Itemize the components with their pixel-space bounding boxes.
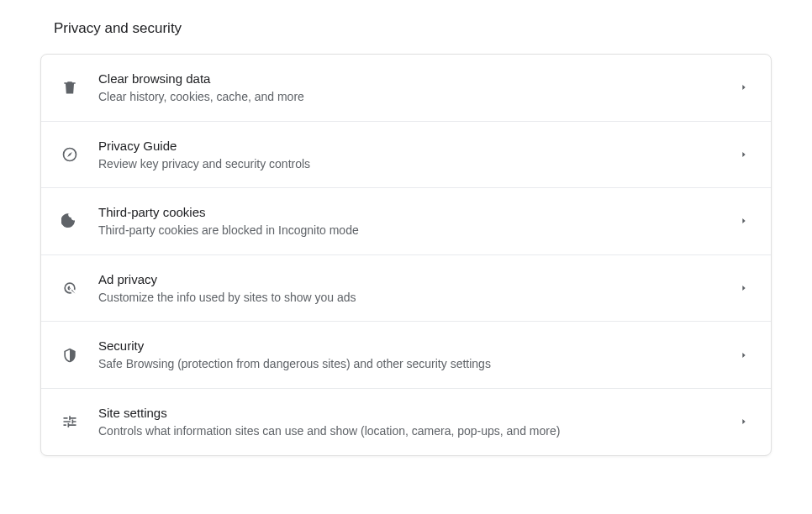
row-title: Security (98, 337, 724, 354)
row-title: Third-party cookies (98, 203, 724, 221)
row-site-settings[interactable]: Site settings Controls what information … (41, 389, 771, 455)
shield-icon (61, 347, 78, 364)
row-text: Clear browsing data Clear history, cooki… (98, 70, 724, 106)
row-text: Ad privacy Customize the info used by si… (98, 270, 724, 307)
chevron-right-icon (737, 148, 751, 161)
row-text: Third-party cookies Third-party cookies … (98, 203, 724, 239)
row-subtitle: Safe Browsing (protection from dangerous… (98, 356, 724, 373)
row-third-party-cookies[interactable]: Third-party cookies Third-party cookies … (41, 188, 771, 255)
row-security[interactable]: Security Safe Browsing (protection from … (41, 322, 771, 389)
row-text: Privacy Guide Review key privacy and sec… (98, 137, 724, 173)
row-text: Security Safe Browsing (protection from … (98, 337, 724, 373)
row-title: Ad privacy (98, 270, 724, 288)
row-subtitle: Controls what information sites can use … (98, 423, 724, 440)
sliders-icon (61, 413, 78, 430)
row-title: Clear browsing data (98, 70, 724, 87)
row-subtitle: Customize the info used by sites to show… (98, 290, 724, 307)
section-title: Privacy and security (54, 20, 772, 37)
row-subtitle: Third-party cookies are blocked in Incog… (98, 223, 724, 239)
settings-card: Clear browsing data Clear history, cooki… (40, 54, 772, 456)
trash-icon (61, 79, 78, 96)
compass-icon (61, 146, 78, 163)
row-text: Site settings Controls what information … (98, 404, 724, 440)
chevron-right-icon (737, 81, 751, 94)
privacy-security-section: Privacy and security Clear browsing data… (40, 20, 772, 456)
row-privacy-guide[interactable]: Privacy Guide Review key privacy and sec… (41, 122, 771, 189)
row-title: Privacy Guide (98, 137, 724, 155)
row-subtitle: Review key privacy and security controls (98, 156, 724, 173)
chevron-right-icon (737, 281, 751, 295)
row-title: Site settings (98, 404, 724, 422)
row-subtitle: Clear history, cookies, cache, and more (98, 89, 724, 106)
chevron-right-icon (737, 349, 751, 362)
row-clear-browsing-data[interactable]: Clear browsing data Clear history, cooki… (41, 55, 771, 122)
chevron-right-icon (737, 214, 751, 228)
target-cursor-icon (61, 280, 78, 296)
cookie-icon (61, 212, 78, 229)
chevron-right-icon (737, 415, 751, 428)
row-ad-privacy[interactable]: Ad privacy Customize the info used by si… (41, 255, 771, 323)
